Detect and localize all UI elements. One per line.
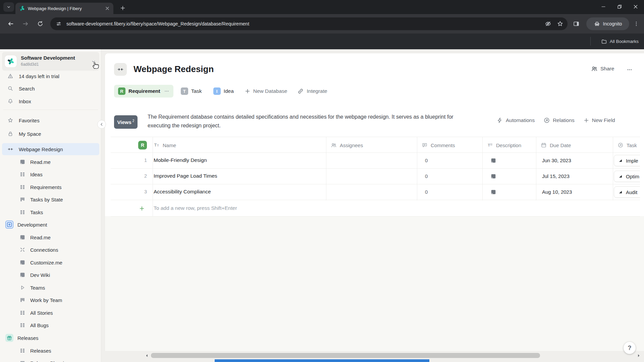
relations-button[interactable]: Relations — [543, 117, 575, 124]
due-date-cell[interactable]: Aug 10, 2023 — [542, 189, 572, 195]
column-header-due-date[interactable]: Due Date — [541, 137, 571, 153]
restore-icon — [616, 4, 623, 10]
window-close-button[interactable] — [631, 2, 641, 11]
tab-close-icon[interactable] — [105, 6, 110, 11]
password-eye-button[interactable] — [543, 19, 553, 28]
database-tab-idea[interactable]: I Idea — [209, 85, 238, 98]
automations-button[interactable]: Automations — [496, 117, 535, 124]
add-row-hint: To add a new row, press Shift+Enter — [154, 205, 237, 211]
column-header-task[interactable]: Task — [618, 137, 637, 153]
task-chip[interactable]: Imple — [614, 155, 640, 166]
tab-search-button[interactable] — [3, 2, 14, 12]
column-header-comments[interactable]: Comments — [422, 137, 455, 153]
workspace-switcher[interactable]: Software Development 6ad8d3d1 — [2, 52, 99, 71]
integrate-button[interactable]: Integrate — [294, 85, 330, 98]
relation-icon — [618, 142, 624, 148]
bookmark-star-button[interactable] — [555, 19, 565, 28]
sidebar-item-tasks-by-state[interactable]: Tasks by State — [2, 193, 99, 205]
table-db-badge: R — [138, 141, 147, 149]
name-cell[interactable]: Improved Page Load Times — [154, 173, 217, 179]
side-panel-button[interactable] — [572, 19, 581, 28]
database-tab-label: Task — [191, 88, 202, 94]
page-more-button[interactable] — [625, 66, 634, 73]
name-cell[interactable]: Mobile-Friendly Design — [154, 157, 207, 163]
sidebar-item-customize-me[interactable]: Customize.me — [2, 256, 99, 268]
scroll-right-arrow[interactable] — [636, 353, 641, 358]
sidebar-item-label: Releases — [30, 348, 51, 354]
sidebar-item-releases[interactable]: Releases — [2, 332, 99, 344]
database-tab-task[interactable]: T Task — [177, 85, 206, 98]
browser-menu-button[interactable] — [632, 19, 641, 28]
sidebar-item-teams[interactable]: Teams — [2, 282, 99, 294]
column-header-name[interactable]: TT Name — [154, 137, 176, 153]
close-icon — [633, 4, 639, 10]
sidebar-item-read-me[interactable]: Read.me — [2, 231, 99, 243]
sidebar-item-dev-wiki[interactable]: Dev Wiki — [2, 269, 99, 281]
description-doc-icon[interactable] — [490, 158, 496, 164]
column-header-assignees[interactable]: Assignees — [331, 137, 363, 153]
database-more-icon[interactable] — [164, 88, 169, 94]
task-chip[interactable]: Optim — [614, 171, 640, 182]
sidebar-item-all-bugs[interactable]: All Bugs — [2, 319, 99, 331]
bookmarks-bar: All Bookmarks — [0, 34, 644, 49]
due-date-cell[interactable]: Jul 15, 2023 — [542, 173, 570, 179]
table-row[interactable]: 3 Accessibility Compliance 0 Aug 10, 202… — [111, 184, 640, 200]
task-chip[interactable]: Audit — [614, 186, 640, 198]
due-date-cell[interactable]: Jun 30, 2023 — [542, 158, 571, 163]
sidebar-item-label: Search — [19, 86, 35, 92]
url-bar[interactable]: software-development.fibery.io/fibery/sp… — [50, 17, 568, 30]
sidebar-item-14-days-left-in-trial[interactable]: 14 days left in trial — [2, 70, 99, 82]
sidebar-item-connections[interactable]: Connections — [2, 244, 99, 256]
window-minimize-button[interactable] — [598, 2, 608, 11]
database-tab-requirement[interactable]: R Requirement — [114, 85, 173, 98]
comments-cell[interactable]: 0 — [425, 189, 428, 195]
star-icon — [7, 117, 13, 123]
sidebar-item-tasks[interactable]: Tasks — [2, 206, 99, 218]
sidebar-item-read-me[interactable]: Read.me — [2, 156, 99, 168]
description-doc-icon[interactable] — [490, 173, 496, 179]
svg-text:T: T — [154, 143, 157, 147]
workspace-id: 6ad8d3d1 — [21, 62, 39, 67]
window-restore-button[interactable] — [614, 2, 625, 11]
description-doc-icon[interactable] — [490, 189, 496, 195]
help-button[interactable]: ? — [624, 342, 636, 354]
sidebar-item-work-by-team[interactable]: Work by Team — [2, 294, 99, 306]
sidebar-item-releases[interactable]: Releases — [2, 345, 99, 357]
forward-button[interactable] — [21, 19, 30, 28]
new-field-button[interactable]: New Field — [583, 117, 615, 123]
calendar-icon — [541, 142, 547, 148]
column-header-description[interactable]: T Description — [487, 137, 521, 153]
comments-cell[interactable]: 0 — [425, 173, 428, 179]
doc-icon — [19, 259, 25, 265]
site-info-icon[interactable] — [56, 21, 62, 27]
table-row[interactable]: 2 Improved Page Load Times 0 Jul 15, 202… — [111, 169, 640, 184]
grid-line — [417, 137, 417, 200]
reload-button[interactable] — [36, 19, 45, 28]
sidebar-item-inbox[interactable]: Inbox — [2, 95, 99, 107]
text-icon: TT — [154, 142, 160, 148]
back-button[interactable] — [6, 19, 15, 28]
new-database-button[interactable]: New Database — [241, 85, 291, 98]
table-row[interactable]: 1 Mobile-Friendly Design 0 Jun 30, 2023 … — [111, 153, 640, 169]
space-icon-button[interactable] — [114, 63, 127, 76]
all-bookmarks-button[interactable]: All Bookmarks — [601, 37, 639, 46]
views-button[interactable]: Views2 — [114, 115, 138, 129]
browser-tab[interactable]: Webpage Redesign | Fibery — [15, 3, 113, 14]
sidebar-item-my-space[interactable]: My Space — [2, 128, 99, 140]
share-button[interactable]: Share — [591, 65, 614, 72]
name-cell[interactable]: Accessibility Compliance — [154, 189, 211, 195]
sidebar-collapse-button[interactable] — [97, 120, 106, 129]
scroll-left-arrow[interactable] — [144, 353, 150, 358]
add-row[interactable]: To add a new row, press Shift+Enter — [111, 200, 640, 217]
comments-cell[interactable]: 0 — [425, 158, 428, 163]
new-tab-button[interactable] — [118, 3, 127, 13]
sidebar-item-requirements[interactable]: Requirements — [2, 181, 99, 193]
sidebar-item-release-planning[interactable]: Release Planning — [2, 357, 99, 362]
sidebar-item-development[interactable]: Development — [2, 219, 99, 231]
sidebar-item-all-stories[interactable]: All Stories — [2, 307, 99, 319]
sidebar-item-search[interactable]: Search — [2, 82, 99, 95]
sidebar-item-webpage-redesign[interactable]: Webpage Redesign — [2, 143, 99, 155]
horizontal-scrollbar-thumb[interactable] — [151, 353, 540, 358]
sidebar-item-ideas[interactable]: Ideas — [2, 168, 99, 180]
sidebar-item-favorites[interactable]: Favorites — [2, 114, 99, 126]
